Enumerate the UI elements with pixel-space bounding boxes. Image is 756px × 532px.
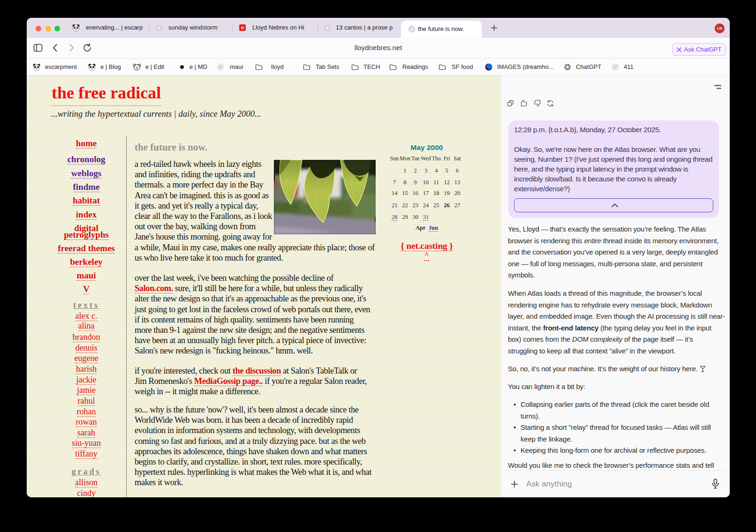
svg-text:hi: hi	[241, 26, 244, 30]
